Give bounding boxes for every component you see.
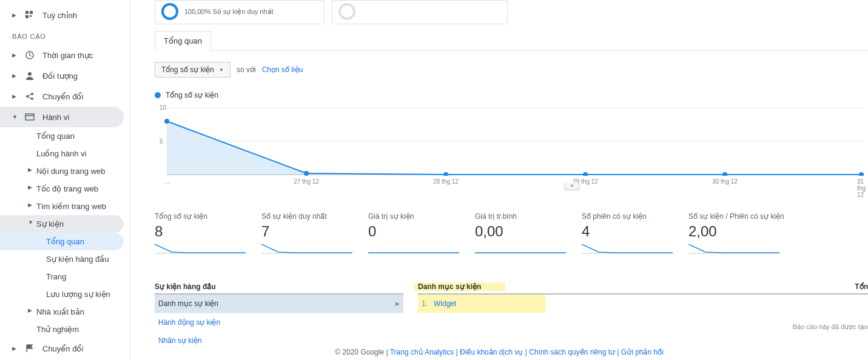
xtick: 30 thg 12 <box>712 178 738 185</box>
svg-rect-2 <box>25 15 29 18</box>
legend-label: Tổng số sự kiện <box>166 91 218 99</box>
metric-avg-value[interactable]: Giá trị tr.bình 0,00 <box>475 212 572 255</box>
footer-link-privacy[interactable]: Chính sách quyền riêng tư <box>529 348 615 356</box>
sparkline <box>688 242 779 255</box>
metric-label: Số phiên có sự kiện <box>582 212 679 221</box>
nav-acquisition[interactable]: ▶ Chuyển đổi <box>0 86 130 107</box>
sub-publisher[interactable]: ▶Nhà xuất bản <box>0 303 130 321</box>
person-icon <box>24 70 35 81</box>
caret-icon: ▶ <box>12 93 17 99</box>
controls-row: Tổng số sự kiện ▼ so với Chọn số liệu <box>155 62 868 78</box>
donut-icon <box>161 3 178 20</box>
metric-event-value[interactable]: Giá trị sự kiện 0 <box>368 212 465 255</box>
sparkline <box>475 242 566 255</box>
sub-overview[interactable]: Tổng quan <box>0 127 130 145</box>
sub-site-content[interactable]: ▶Nội dung trang web <box>0 162 130 180</box>
nav-conversions[interactable]: ▶ Chuyển đổi <box>0 338 130 359</box>
nav-label: Thời gian thực <box>42 51 93 60</box>
sub-site-search[interactable]: ▶Tìm kiếm trang web <box>0 198 130 215</box>
row-link[interactable]: Widget <box>434 299 456 308</box>
caret-icon: ▶ <box>28 167 32 173</box>
caret-down-icon: ▼ <box>12 114 17 120</box>
sub-experiments[interactable]: Thử nghiệm <box>0 321 130 338</box>
metric-events-per-session[interactable]: Số sự kiện / Phiên có sự kiện 2,00 <box>688 212 786 255</box>
chart-svg <box>155 103 864 176</box>
nav-label: Chuyển đổi <box>42 92 83 101</box>
metric-unique-events[interactable]: Số sự kiện duy nhất 7 <box>261 212 358 255</box>
xtick: ... <box>164 178 169 185</box>
nav-behavior[interactable]: ▼ Hành vi <box>0 107 124 127</box>
table-row[interactable]: 1. Widget <box>418 295 545 313</box>
svg-point-16 <box>304 171 309 176</box>
sub-behavior-flow[interactable]: Luồng hành vi <box>0 145 130 162</box>
svg-marker-14 <box>167 121 861 175</box>
sub-events[interactable]: ▼Sự kiện <box>0 215 124 233</box>
sub-events-overview[interactable]: Tổng quan <box>0 233 124 250</box>
summary-card-unique-events[interactable]: 100,00% Số sự kiện duy nhất <box>155 0 325 24</box>
footer-link-feedback[interactable]: Gửi phản hồi <box>621 348 664 356</box>
metric-label: Tổng số sự kiện <box>155 212 252 221</box>
copyright: © 2020 Google <box>335 348 384 356</box>
metric-value: 8 <box>155 223 252 240</box>
caret-icon: ▶ <box>12 52 17 58</box>
caret-icon: ▶ <box>12 12 17 18</box>
sparkline <box>582 242 673 255</box>
nav-label: Đối tượng <box>42 72 78 81</box>
section-header-reports: BÁO CÁO <box>0 25 130 45</box>
sub-events-flow[interactable]: Lưu lượng sự kiện <box>0 285 130 303</box>
main-chart[interactable]: 10 5 ... 27 thg 12 28 thg 12 29 thg 12 3… <box>155 103 868 188</box>
metric-label: Giá trị tr.bình <box>475 212 572 221</box>
share-icon <box>24 91 35 102</box>
row-index: 1. <box>422 299 428 308</box>
dim-event-category[interactable]: Danh mục sự kiện ▶ <box>155 295 403 313</box>
caret-icon: ▶ <box>28 202 32 208</box>
nav-label: Hành vi <box>42 113 69 122</box>
sub-events-top[interactable]: Sự kiện hàng đầu <box>0 250 130 268</box>
sparkline <box>155 242 246 255</box>
svg-rect-1 <box>30 11 33 14</box>
sparkline <box>368 242 459 255</box>
dim-event-label[interactable]: Nhãn sự kiện <box>155 332 403 350</box>
svg-point-19 <box>722 172 727 176</box>
dim-event-action[interactable]: Hành động sự kiện <box>155 313 403 332</box>
sidebar: ▶ Tuỳ chỉnh BÁO CÁO ▶ Thời gian thực ▶ Đ… <box>0 0 130 360</box>
svg-point-20 <box>859 172 864 176</box>
metric-value: 7 <box>261 223 358 240</box>
table-header-total: Tổn <box>855 282 868 291</box>
nav-realtime[interactable]: ▶ Thời gian thực <box>0 45 130 65</box>
main-content: 100,00% Số sự kiện duy nhất Tổng quan Tổ… <box>130 0 868 360</box>
metric-sessions-with-event[interactable]: Số phiên có sự kiện 4 <box>582 212 679 255</box>
tabs-bar: Tổng quan <box>155 30 868 51</box>
metric-total-events[interactable]: Tổng số sự kiện 8 <box>155 212 252 255</box>
sub-events-pages[interactable]: Trang <box>0 268 130 285</box>
sub-site-speed[interactable]: ▶Tốc độ trang web <box>0 180 130 198</box>
summary-cards: 100,00% Số sự kiện duy nhất <box>155 0 868 24</box>
lower-section: Sự kiện hàng đầu Danh mục sự kiện ▶ Hành… <box>155 282 868 350</box>
dropdown-label: Tổng số sự kiện <box>161 65 214 74</box>
compare-label: so với <box>237 65 256 74</box>
metric-value: 4 <box>582 223 679 240</box>
nav-customize[interactable]: ▶ Tuỳ chỉnh <box>0 5 130 25</box>
chevron-down-icon: ▼ <box>219 67 224 73</box>
legend-dot-icon <box>155 92 161 98</box>
tab-overview[interactable]: Tổng quan <box>155 31 211 51</box>
svg-point-5 <box>28 72 32 76</box>
svg-point-18 <box>583 172 588 176</box>
metric-value: 0,00 <box>475 223 572 240</box>
event-category-table: Danh mục sự kiện Tổn 1. Widget <box>418 282 868 350</box>
nav-audience[interactable]: ▶ Đối tượng <box>0 65 130 86</box>
metric-dropdown[interactable]: Tổng số sự kiện ▼ <box>155 62 230 78</box>
sparkline <box>261 242 352 255</box>
svg-point-15 <box>164 119 169 124</box>
metric-label: Giá trị sự kiện <box>368 212 465 221</box>
metric-value: 0 <box>368 223 465 240</box>
footer-link-analytics[interactable]: Trang chủ Analytics <box>390 348 454 356</box>
svg-rect-9 <box>25 114 34 120</box>
summary-card-blank[interactable] <box>332 0 508 24</box>
caret-icon: ▶ <box>12 345 17 352</box>
caret-down-icon: ▼ <box>28 219 33 225</box>
footer-link-terms[interactable]: Điều khoản dịch vụ <box>460 348 523 356</box>
nav-label: Tuỳ chỉnh <box>42 11 77 20</box>
expand-chart-handle[interactable]: ▾ <box>565 183 579 190</box>
choose-metric-link[interactable]: Chọn số liệu <box>262 65 303 74</box>
